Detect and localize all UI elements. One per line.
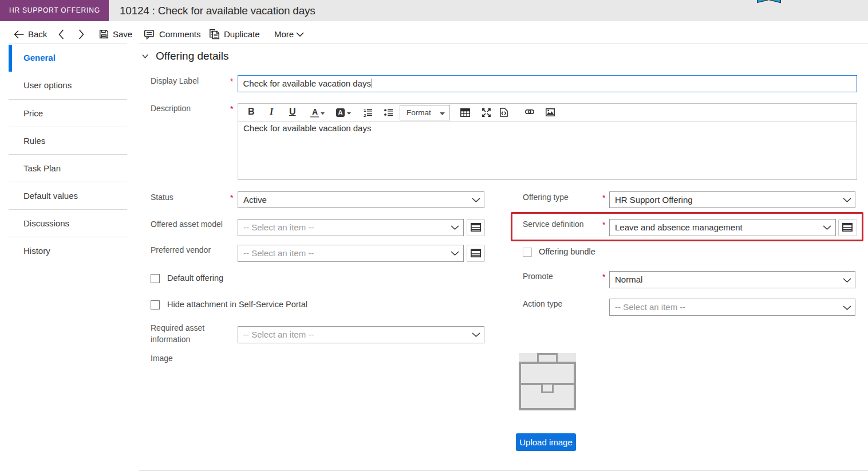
svg-text:2: 2 <box>364 113 366 117</box>
